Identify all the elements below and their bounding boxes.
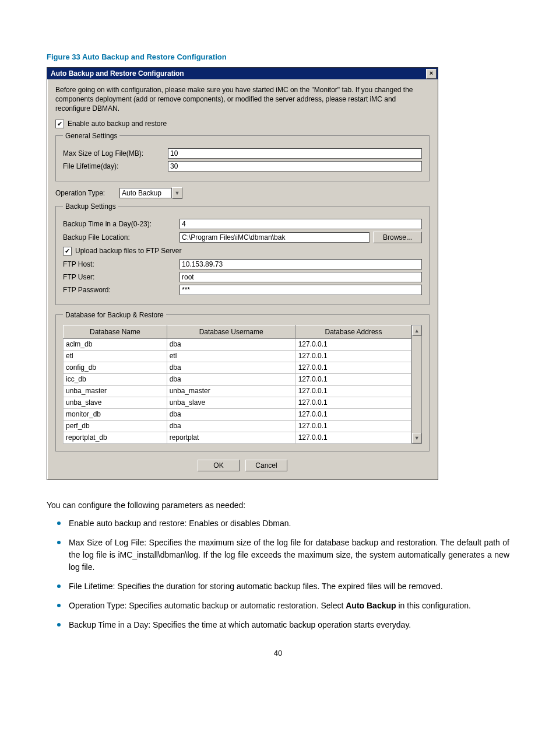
backup-legend: Backup Settings (63, 202, 118, 211)
db-legend: Database for Backup & Restore (63, 311, 166, 319)
max-log-label: Max Size of Log File(MB): (63, 149, 168, 158)
optype-label: Operation Type: (55, 189, 119, 197)
ftp-user-input[interactable] (180, 272, 422, 282)
close-button[interactable]: × (426, 69, 437, 79)
chevron-down-icon[interactable]: ▼ (172, 187, 182, 199)
ok-button[interactable]: OK (198, 460, 240, 471)
upload-label: Upload backup files to FTP Server (75, 247, 182, 255)
backup-time-label: Backup Time in a Day(0-23): (63, 220, 180, 228)
dialog-title: Auto Backup and Restore Configuration (51, 69, 184, 78)
bullet-icon (57, 584, 61, 588)
page-number: 40 (47, 649, 509, 657)
bullet-icon (57, 623, 61, 626)
table-row[interactable]: reportplat_dbreportplat127.0.0.1 (64, 432, 411, 443)
col-user[interactable]: Database Username (167, 325, 295, 338)
list-item: File Lifetime: Specifies the duration fo… (47, 580, 509, 593)
backup-loc-label: Backup File Location: (63, 233, 180, 242)
max-log-input[interactable] (168, 148, 422, 159)
table-row[interactable]: aclm_dbdba127.0.0.1 (64, 338, 411, 350)
ftp-user-label: FTP User: (63, 273, 180, 281)
ftp-pass-label: FTP Password: (63, 286, 180, 294)
lifetime-input[interactable] (168, 161, 422, 172)
database-group: Database for Backup & Restore Database N… (55, 311, 430, 452)
optype-value[interactable] (119, 188, 172, 198)
figure-caption: Figure 33 Auto Backup and Restore Config… (47, 52, 509, 61)
lifetime-label: File Lifetime(day): (63, 162, 168, 170)
intro-text: Before going on with configuration, plea… (55, 85, 430, 114)
list-item: Operation Type: Specifies automatic back… (47, 600, 509, 612)
ftp-host-label: FTP Host: (63, 260, 180, 268)
backup-settings-group: Backup Settings Backup Time in a Day(0-2… (55, 202, 430, 305)
bullet-icon (57, 522, 61, 525)
bullet-list: Enable auto backup and restore: Enables … (47, 517, 509, 631)
general-legend: General Settings (63, 132, 119, 140)
database-table: Database Name Database Username Database… (63, 325, 411, 444)
optype-dropdown[interactable]: ▼ (119, 187, 182, 199)
table-row[interactable]: monitor_dbdba127.0.0.1 (64, 408, 411, 420)
body-paragraph: You can configure the following paramete… (47, 500, 509, 511)
list-item: Max Size of Log File: Specifies the maxi… (47, 537, 509, 573)
table-row[interactable]: etletl127.0.0.1 (64, 350, 411, 362)
upload-checkbox[interactable]: ✔ (63, 247, 72, 256)
browse-button[interactable]: Browse... (373, 232, 422, 243)
bullet-icon (57, 541, 61, 544)
ftp-pass-input[interactable] (180, 285, 422, 295)
table-row[interactable]: config_dbdba127.0.0.1 (64, 362, 411, 373)
general-settings-group: General Settings Max Size of Log File(MB… (55, 132, 430, 181)
scroll-down-icon[interactable]: ▼ (412, 433, 421, 443)
list-item: Backup Time in a Day: Specifies the time… (47, 619, 509, 631)
col-addr[interactable]: Database Address (295, 325, 411, 338)
table-row[interactable]: unba_slaveunba_slave127.0.0.1 (64, 397, 411, 408)
backup-time-input[interactable] (180, 219, 422, 229)
col-name[interactable]: Database Name (64, 325, 167, 338)
dialog-auto-backup: Auto Backup and Restore Configuration × … (47, 67, 438, 480)
title-bar: Auto Backup and Restore Configuration × (47, 68, 438, 79)
bullet-icon (57, 604, 61, 607)
cancel-button[interactable]: Cancel (245, 460, 287, 471)
backup-loc-input[interactable] (180, 232, 370, 243)
table-row[interactable]: icc_dbdba127.0.0.1 (64, 373, 411, 385)
table-row[interactable]: perf_dbdba127.0.0.1 (64, 420, 411, 432)
table-row[interactable]: unba_masterunba_master127.0.0.1 (64, 385, 411, 397)
table-scrollbar[interactable]: ▲ ▼ (411, 325, 422, 444)
enable-label: Enable auto backup and restore (68, 120, 167, 128)
scroll-up-icon[interactable]: ▲ (412, 326, 421, 336)
enable-checkbox[interactable]: ✔ (55, 120, 64, 128)
ftp-host-input[interactable] (180, 259, 422, 270)
list-item: Enable auto backup and restore: Enables … (47, 517, 509, 530)
